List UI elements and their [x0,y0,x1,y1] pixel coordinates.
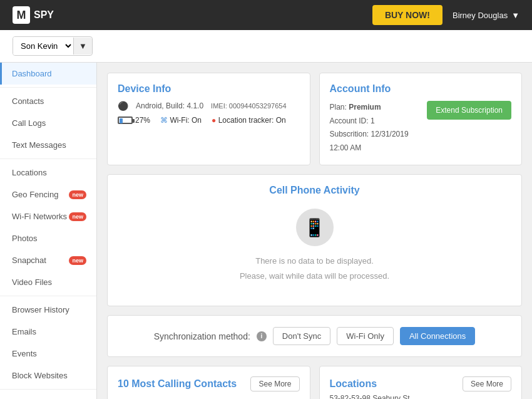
device-status-row: 27% ⌘ Wi-Fi: On ● Location tracker: On [118,116,300,125]
wifi-label: Wi-Fi: On [170,116,202,125]
calling-contacts-card: 10 Most Calling Contacts See More ≡ 1770… [107,366,310,399]
sync-label: Synchronization method: [154,331,250,341]
cell-activity-card: Cell Phone Activity 📱 There is no data t… [107,174,522,306]
locations-header-row: Locations See More [330,376,512,391]
sidebar-item-block-websites[interactable]: Block Websites [0,365,96,386]
sidebar-item-dashboard[interactable]: Dashboard [0,63,96,85]
sidebar-item-snapchat[interactable]: Snapchat new [0,249,96,271]
account-id-row: Account ID: 1 [330,115,427,128]
logo-icon: M [13,6,30,24]
cell-activity-title: Cell Phone Activity [118,185,511,196]
sidebar: Dashboard Contacts Call Logs Text Messag… [0,63,97,399]
buy-now-button[interactable]: BUY NOW! [372,5,442,25]
new-badge: new [69,212,86,221]
calling-title: 10 Most Calling Contacts [118,378,237,390]
new-badge: new [69,190,86,199]
dont-sync-button[interactable]: Don't Sync [273,327,330,345]
all-connections-button[interactable]: All Connections [400,327,475,345]
subscription-label: Subscrition: [330,130,369,138]
account-details: Plan: Premium Account ID: 1 Subscrition:… [330,101,427,155]
no-data-line2: Please, wait while data will be processe… [118,269,511,283]
logo: M SPY [13,6,54,24]
chevron-down-icon: ▼ [511,11,519,20]
sidebar-item-label: Snapchat [12,256,46,265]
locations-see-more-button[interactable]: See More [463,376,511,391]
sidebar-item-label: Text Messages [12,140,66,150]
device-info-title: Device Info [118,83,300,95]
main-content: Device Info ⚫ Android, Build: 4.1.0 IMEI… [97,63,532,399]
sidebar-item-label: Dashboard [12,69,52,78]
sidebar-item-browser-history[interactable]: Browser History [0,299,96,321]
new-badge: new [69,256,86,265]
sidebar-item-label: Block Websites [12,371,68,380]
account-info-row: Plan: Premium Account ID: 1 Subscrition:… [330,101,512,155]
sidebar-item-locations[interactable]: Locations [0,162,96,184]
battery-fill [120,118,123,123]
imei-label: IMEI: 000944053297654 [211,102,287,110]
sidebar-item-label: Browser History [12,305,69,314]
plan-row: Plan: Premium [330,101,427,115]
sidebar-item-call-logs[interactable]: Call Logs [0,112,96,134]
sidebar-item-wifi-networks[interactable]: Wi-Fi Networks new [0,205,96,227]
battery-indicator: 27% [118,116,150,125]
sidebar-divider [0,87,96,88]
top-row: Device Info ⚫ Android, Build: 4.1.0 IMEI… [107,73,522,165]
location-pin-icon: ● [212,116,216,125]
android-label: Android, Build: 4.1.0 [136,101,203,110]
sidebar-item-text-messages[interactable]: Text Messages [0,134,96,156]
phone-icon: 📱 [296,209,334,246]
sidebar-item-label: Locations [12,168,47,177]
battery-percent: 27% [135,116,150,125]
sidebar-item-label: Events [12,349,37,358]
locations-title: Locations [330,378,377,390]
sidebar-item-label: Geo Fencing [12,190,58,199]
device-select-dropdown-btn[interactable]: ▼ [73,38,92,54]
header-right: BUY NOW! Birney Douglas ▼ [372,5,519,25]
sidebar-divider [0,296,96,296]
location-label: Location tracker: On [218,116,286,125]
sidebar-item-label: Call Logs [12,118,46,128]
no-data-line1: There is no data to be displayed. [118,254,511,268]
extend-subscription-button[interactable]: Extend Subscription [427,101,511,120]
sync-method-card: Synchronization method: i Don't Sync Wi-… [107,315,522,357]
user-dropdown[interactable]: Birney Douglas ▼ [453,11,519,20]
info-icon[interactable]: i [257,331,267,341]
sidebar-item-label: Photos [12,234,37,243]
calling-header-row: 10 Most Calling Contacts See More [118,376,300,391]
sub-header: Son Kevin ▼ [0,30,532,63]
sidebar-item-label: Video Files [12,277,52,287]
sidebar-item-emails[interactable]: Emails [0,321,96,343]
device-info-card: Device Info ⚫ Android, Build: 4.1.0 IMEI… [107,73,310,165]
account-id-label: Account ID: [330,117,369,125]
sidebar-item-contacts[interactable]: Contacts [0,90,96,112]
battery-icon [118,117,133,124]
wifi-status: ⌘ Wi-Fi: On [160,116,202,125]
plan-value: Premium [349,103,381,111]
sidebar-item-photos[interactable]: Photos [0,227,96,249]
chevron-down-icon: ▼ [79,41,87,51]
sidebar-item-events[interactable]: Events [0,343,96,365]
device-select-input[interactable]: Son Kevin [13,37,73,55]
device-info-row: ⚫ Android, Build: 4.1.0 IMEI: 0009440532… [118,101,300,111]
sidebar-divider [0,158,96,159]
calling-see-more-button[interactable]: See More [250,376,299,391]
no-data-text: There is no data to be displayed. Please… [118,254,511,283]
account-info-title: Account Info [330,83,512,95]
subscription-row: Subscrition: 12/31/2019 12:00 AM [330,128,427,155]
device-selector[interactable]: Son Kevin ▼ [13,36,93,56]
app-header: M SPY BUY NOW! Birney Douglas ▼ [0,0,532,30]
sidebar-item-label: Emails [12,327,36,336]
account-info-card: Account Info Plan: Premium Account ID: 1… [319,73,523,165]
sidebar-item-skype[interactable]: Skype [0,392,96,399]
sidebar-item-geo-fencing[interactable]: Geo Fencing new [0,184,96,205]
logo-text: SPY [34,9,54,21]
sidebar-item-label: Wi-Fi Networks [12,212,67,221]
android-icon: ⚫ [118,101,128,111]
main-layout: Dashboard Contacts Call Logs Text Messag… [0,63,532,399]
location-status: ● Location tracker: On [212,116,286,125]
wifi-only-button[interactable]: Wi-Fi Only [337,327,394,345]
sidebar-divider [0,389,96,390]
locations-card: Locations See More 53-82-53-98 Seabury S… [319,366,523,399]
user-name: Birney Douglas [453,11,508,20]
sidebar-item-video-files[interactable]: Video Files [0,271,96,293]
